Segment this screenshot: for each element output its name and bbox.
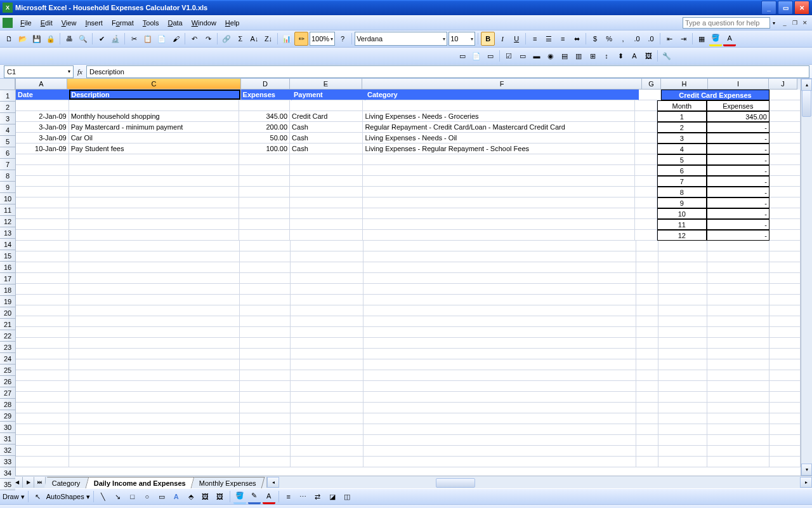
cell[interactable] (636, 446, 658, 457)
cell[interactable] (636, 284, 658, 295)
button-icon[interactable]: ▬ (530, 50, 543, 62)
row-header[interactable]: 24 (0, 353, 15, 364)
cell[interactable] (363, 241, 636, 251)
open-icon[interactable]: 📂 (16, 32, 29, 45)
cell[interactable] (16, 219, 69, 230)
cell[interactable]: - (707, 154, 769, 165)
cell[interactable] (16, 284, 69, 295)
cell[interactable] (363, 295, 636, 305)
cell[interactable] (635, 100, 657, 111)
font-color-icon[interactable]: A (723, 32, 736, 46)
cell[interactable] (291, 392, 363, 403)
cell[interactable] (658, 381, 707, 392)
cell[interactable]: 2-Jan-09 (16, 111, 69, 122)
cell[interactable] (363, 424, 636, 435)
cell[interactable] (291, 327, 363, 338)
cell[interactable] (707, 370, 769, 381)
decrease-decimal-icon[interactable]: .0 (645, 32, 657, 45)
cell[interactable] (769, 100, 801, 111)
cell[interactable] (658, 316, 707, 327)
cell[interactable] (769, 403, 801, 413)
cell[interactable]: Monthly household shopping (69, 111, 240, 122)
cell[interactable]: Expenses (241, 90, 292, 100)
cell[interactable] (240, 413, 291, 424)
cell[interactable] (769, 197, 801, 208)
cell[interactable] (16, 359, 69, 370)
cell[interactable]: Pay Student fees (69, 144, 240, 154)
cell[interactable]: 10 (657, 208, 707, 219)
menu-window[interactable]: Window (188, 18, 220, 28)
rectangle-icon[interactable]: □ (126, 490, 139, 503)
fill-color-draw-icon[interactable]: 🪣 (233, 490, 246, 504)
cell[interactable] (636, 349, 658, 359)
row-header[interactable]: 12 (0, 216, 15, 227)
spin-icon[interactable]: ↕ (600, 50, 613, 62)
cell[interactable] (363, 208, 635, 219)
line-color-icon[interactable]: ✎ (248, 490, 261, 504)
textbox-icon[interactable]: ▭ (516, 50, 529, 62)
cell[interactable] (707, 446, 769, 457)
cell[interactable] (769, 327, 801, 338)
increase-indent-icon[interactable]: ⇥ (677, 32, 690, 45)
scroll-left-icon[interactable]: ◂ (267, 477, 279, 488)
cell[interactable]: 50.00 (239, 133, 290, 144)
cell[interactable] (16, 241, 69, 251)
font-size-dropdown[interactable]: 10▾ (449, 32, 475, 46)
clipart-icon[interactable]: 🖼 (199, 490, 212, 503)
cell[interactable] (291, 413, 363, 424)
cell[interactable] (69, 284, 240, 295)
cell[interactable] (769, 446, 801, 457)
row-header[interactable]: 10 (0, 193, 15, 204)
save-icon[interactable]: 💾 (30, 32, 43, 45)
cell[interactable] (707, 251, 769, 262)
cell[interactable] (16, 392, 69, 403)
cell[interactable] (658, 435, 707, 446)
cell[interactable] (658, 338, 707, 349)
cell[interactable] (16, 403, 69, 413)
row-header[interactable]: 30 (0, 422, 15, 433)
cell[interactable]: Expenses (707, 100, 769, 111)
cell[interactable] (769, 392, 801, 403)
menu-edit[interactable]: Edit (37, 18, 56, 28)
cell[interactable] (707, 295, 769, 305)
cell[interactable] (239, 100, 290, 111)
cell[interactable] (635, 111, 657, 122)
cell[interactable] (69, 327, 240, 338)
row-header[interactable]: 16 (0, 262, 15, 273)
cell[interactable] (240, 241, 291, 251)
cell[interactable] (240, 295, 291, 305)
cell[interactable]: Description (69, 90, 240, 100)
cell[interactable] (636, 273, 658, 284)
wordart-icon[interactable]: A (170, 490, 183, 503)
cell[interactable]: - (707, 176, 769, 187)
row-header[interactable]: 5 (0, 136, 15, 147)
cell[interactable] (769, 349, 801, 359)
cell[interactable] (769, 111, 801, 122)
merge-center-icon[interactable]: ⬌ (570, 32, 583, 45)
cell[interactable] (16, 154, 69, 165)
cell[interactable] (16, 295, 69, 305)
cell[interactable] (69, 316, 240, 327)
cell[interactable] (290, 230, 363, 241)
horizontal-scrollbar[interactable]: ◂ ▸ (266, 477, 812, 488)
cell[interactable] (69, 219, 240, 230)
cell[interactable] (291, 359, 363, 370)
cell[interactable]: Cash (290, 133, 363, 144)
cell[interactable] (16, 273, 69, 284)
cell[interactable] (69, 359, 240, 370)
cell[interactable] (240, 284, 291, 295)
cell[interactable] (69, 100, 240, 111)
cell[interactable]: Category (365, 90, 639, 100)
checkbox-icon[interactable]: ☑ (502, 50, 515, 62)
cell[interactable] (363, 176, 635, 187)
row-header[interactable]: 2 (0, 102, 15, 113)
cell[interactable] (658, 349, 707, 359)
cell[interactable] (636, 295, 658, 305)
col-header-H[interactable]: H (661, 79, 708, 90)
scroll-icon[interactable]: ⬍ (614, 50, 627, 62)
cell[interactable] (658, 305, 707, 316)
cell[interactable] (363, 381, 636, 392)
col-header-D[interactable]: D (241, 79, 290, 90)
cell[interactable] (16, 349, 69, 359)
cell[interactable] (707, 435, 769, 446)
